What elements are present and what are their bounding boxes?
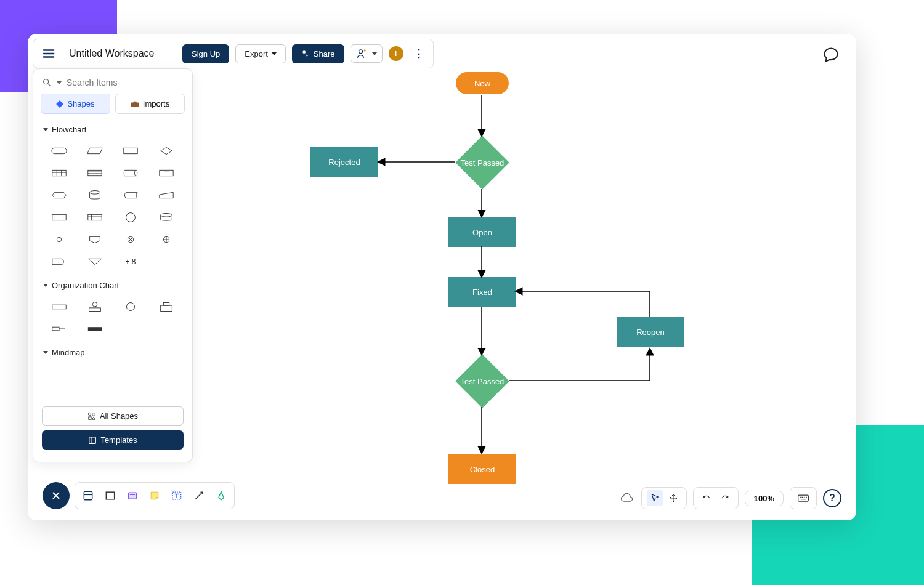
shapes-icon xyxy=(87,412,96,421)
shape-small-circle[interactable] xyxy=(42,229,76,250)
shape-or[interactable] xyxy=(149,229,184,250)
signup-button[interactable]: Sign Up xyxy=(182,44,229,63)
shape-org-filled[interactable] xyxy=(78,318,112,339)
section-flowchart[interactable]: Flowchart xyxy=(33,119,192,138)
shape-merge[interactable] xyxy=(78,251,112,272)
shape-table[interactable] xyxy=(42,163,76,184)
shape-org-circle[interactable] xyxy=(113,296,148,317)
cursor-tool[interactable] xyxy=(647,490,663,506)
templates-button[interactable]: Templates xyxy=(42,430,184,450)
svg-point-27 xyxy=(88,413,91,415)
node-reopen[interactable]: Reopen xyxy=(617,317,684,347)
cloud-sync-button[interactable] xyxy=(619,490,635,506)
tool-rectangle[interactable] xyxy=(101,486,120,505)
shape-hexagon[interactable] xyxy=(42,185,76,206)
flowchart-shapes: + 8 xyxy=(33,138,192,275)
shape-stored-data[interactable] xyxy=(113,185,148,206)
shape-cylinder[interactable] xyxy=(78,185,112,206)
node-rejected[interactable]: Rejected xyxy=(310,147,378,177)
keyboard-button[interactable] xyxy=(795,490,811,506)
svg-rect-25 xyxy=(52,327,59,331)
redo-button[interactable] xyxy=(717,490,733,506)
close-panel-button[interactable] xyxy=(43,482,70,509)
shape-terminator[interactable] xyxy=(42,140,76,161)
pan-tool[interactable] xyxy=(665,490,681,506)
workspace-title[interactable]: Untitled Workspace xyxy=(65,48,176,59)
export-button[interactable]: Export xyxy=(235,44,286,63)
shape-delay[interactable] xyxy=(42,251,76,272)
tool-frame[interactable] xyxy=(79,486,97,505)
tab-shapes[interactable]: Shapes xyxy=(41,94,110,114)
share-icon xyxy=(301,49,310,58)
shape-database[interactable] xyxy=(149,207,184,228)
search-input[interactable] xyxy=(67,78,184,87)
tab-imports-label: Imports xyxy=(143,99,169,108)
shape-org-rect[interactable] xyxy=(42,296,76,317)
shape-predefined[interactable] xyxy=(42,207,76,228)
more-shapes[interactable]: + 8 xyxy=(113,251,148,272)
section-flowchart-label: Flowchart xyxy=(52,125,86,134)
close-icon xyxy=(51,490,62,501)
shape-display[interactable] xyxy=(113,163,148,184)
undo-button[interactable] xyxy=(699,490,715,506)
tool-card[interactable] xyxy=(123,486,142,505)
svg-rect-7 xyxy=(52,148,67,153)
node-test-passed-1[interactable]: Test Passed xyxy=(455,135,509,190)
zoom-level[interactable]: 100% xyxy=(750,494,778,503)
chat-button[interactable] xyxy=(822,46,841,65)
shape-parallelogram[interactable] xyxy=(78,140,112,161)
top-toolbar: Untitled Workspace Sign Up Export Share … xyxy=(33,39,434,68)
bottom-left-toolbar xyxy=(43,482,235,509)
svg-rect-33 xyxy=(128,493,136,499)
node-closed[interactable]: Closed xyxy=(448,454,516,484)
svg-rect-13 xyxy=(88,214,102,220)
shape-org-tag[interactable] xyxy=(42,318,76,339)
shape-summing[interactable] xyxy=(113,229,148,250)
svg-rect-10 xyxy=(88,170,102,176)
tool-pen[interactable] xyxy=(212,486,230,505)
section-org-label: Organization Chart xyxy=(52,281,119,290)
shape-diamond[interactable] xyxy=(149,140,184,161)
tool-sticky[interactable] xyxy=(145,486,164,505)
user-avatar[interactable]: I xyxy=(389,46,403,61)
shape-manual-input[interactable] xyxy=(149,185,184,206)
section-org[interactable]: Organization Chart xyxy=(33,275,192,294)
svg-point-3 xyxy=(44,79,49,84)
help-button[interactable]: ? xyxy=(823,489,841,507)
node-open[interactable]: Open xyxy=(448,217,516,247)
hamburger-icon xyxy=(42,47,55,60)
svg-point-14 xyxy=(126,213,136,222)
section-mindmap-label: Mindmap xyxy=(52,348,84,357)
section-mindmap[interactable]: Mindmap xyxy=(33,342,192,361)
shape-org-person[interactable] xyxy=(78,296,112,317)
export-label: Export xyxy=(245,49,268,58)
tool-text[interactable] xyxy=(168,486,186,505)
app-window: Untitled Workspace Sign Up Export Share … xyxy=(28,34,856,520)
svg-rect-6 xyxy=(133,101,136,103)
shape-circle[interactable] xyxy=(113,207,148,228)
tool-connector[interactable] xyxy=(190,486,208,505)
share-label: Share xyxy=(314,49,335,58)
all-shapes-button[interactable]: All Shapes xyxy=(42,406,184,426)
shape-rectangle[interactable] xyxy=(113,140,148,161)
svg-rect-29 xyxy=(89,416,91,419)
tab-imports[interactable]: Imports xyxy=(115,94,185,114)
svg-rect-30 xyxy=(89,437,96,443)
svg-rect-35 xyxy=(798,495,809,501)
more-menu-button[interactable]: ⋮ xyxy=(410,47,428,60)
node-test-passed-2[interactable]: Test Passed xyxy=(455,354,509,408)
collab-dropdown[interactable] xyxy=(351,44,383,63)
share-button[interactable]: Share xyxy=(292,44,344,63)
node-fixed[interactable]: Fixed xyxy=(448,277,516,307)
svg-rect-26 xyxy=(88,327,102,331)
shape-offpage[interactable] xyxy=(78,229,112,250)
shape-internal-storage[interactable] xyxy=(78,207,112,228)
svg-point-2 xyxy=(363,49,365,51)
shape-org-card[interactable] xyxy=(149,296,184,317)
shape-list[interactable] xyxy=(78,163,112,184)
menu-button[interactable] xyxy=(38,43,59,64)
chevron-down-icon xyxy=(57,81,62,84)
shape-curved-rect[interactable] xyxy=(149,163,184,184)
node-new[interactable]: New xyxy=(456,72,509,94)
svg-rect-31 xyxy=(84,491,92,499)
